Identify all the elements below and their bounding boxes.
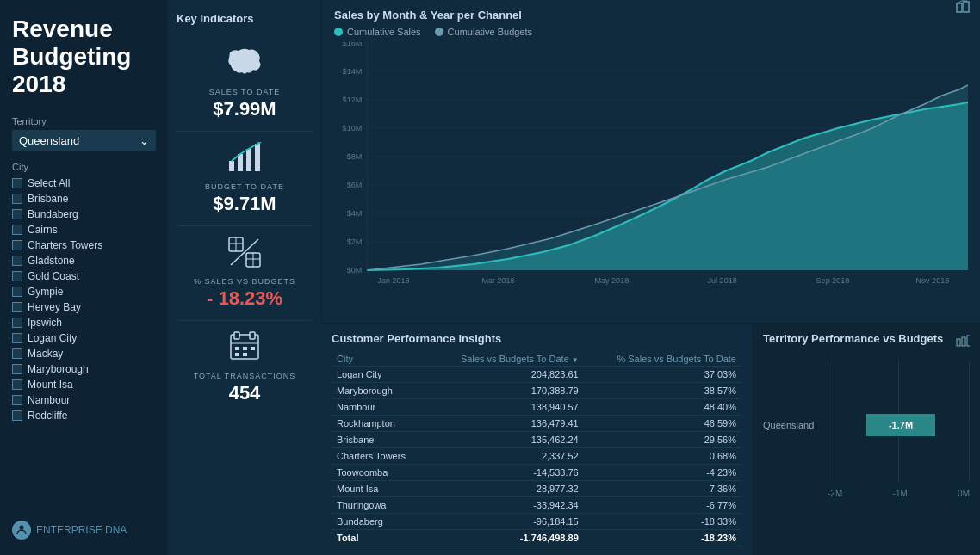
total-transactions-label: TOTAL TRANSACTIONS: [194, 372, 296, 380]
city-name: Cairns: [28, 224, 58, 236]
city-item[interactable]: Logan City: [12, 330, 156, 346]
table-row: Brisbane135,462.2429.56%: [332, 432, 741, 448]
city-item[interactable]: Mount Isa: [12, 377, 156, 392]
sales-to-date-value: $7.99M: [213, 98, 276, 120]
city-item[interactable]: Ipswich: [12, 315, 156, 330]
col-sales[interactable]: Sales vs Budgets To Date ▼: [428, 352, 584, 367]
city-checkbox[interactable]: [12, 364, 22, 374]
bottom-panels: Customer Performance Insights City Sales…: [321, 323, 980, 555]
chart-expand-icon[interactable]: [956, 0, 971, 17]
app-title: Revenue Budgeting 2018: [12, 15, 156, 99]
table-cell-pct: 0.68%: [584, 448, 741, 465]
territory-perf-title: Territory Performance vs Budgets: [763, 332, 943, 345]
total-transactions-value: 454: [229, 382, 261, 404]
city-name: Logan City: [28, 332, 77, 344]
city-item[interactable]: Gold Coast: [12, 268, 156, 284]
city-item[interactable]: Redcliffe: [12, 408, 156, 423]
table-row: Nambour138,940.5748.40%: [332, 399, 741, 416]
city-item[interactable]: Gympie: [12, 284, 156, 299]
city-checkbox[interactable]: [12, 318, 22, 328]
total-label: Total: [332, 530, 428, 546]
table-cell-city: Thuringowa: [332, 497, 428, 514]
city-checkbox[interactable]: [12, 348, 22, 359]
territory-chart-icon[interactable]: [956, 335, 970, 349]
table-total-row: Total-1,746,498.89-18.23%: [332, 530, 741, 546]
table-cell-sales: 170,388.79: [428, 383, 584, 399]
svg-rect-50: [967, 336, 970, 346]
table-cell-sales: -96,184.15: [428, 514, 584, 530]
city-checkbox[interactable]: [12, 209, 22, 219]
city-checkbox[interactable]: [12, 271, 22, 281]
territory-chart-area: Queensland -1.7M -2M -1M 0M: [763, 361, 970, 498]
city-item[interactable]: Nambour: [12, 392, 156, 408]
territory-dropdown[interactable]: Queensland ⌄: [12, 130, 156, 151]
city-item[interactable]: Hervey Bay: [12, 299, 156, 315]
city-checkbox[interactable]: [12, 333, 22, 343]
city-item[interactable]: Bundaberg: [12, 207, 156, 222]
edna-logo: ENTERPRISE DNA: [12, 521, 156, 540]
svg-point-0: [20, 526, 24, 530]
table-cell-sales: -28,977.32: [428, 481, 584, 497]
total-transactions-card: TOTAL TRANSACTIONS 454: [177, 321, 313, 415]
table-cell-pct: -6.77%: [584, 497, 741, 514]
table-row: Bundaberg-96,184.15-18.33%: [332, 514, 741, 530]
territory-x-labels: -2M -1M 0M: [828, 489, 970, 498]
svg-rect-17: [243, 347, 247, 350]
city-checkbox[interactable]: [12, 194, 22, 204]
table-cell-pct: -18.33%: [584, 514, 741, 530]
table-cell-pct: 37.03%: [584, 367, 741, 383]
city-checkbox[interactable]: [12, 240, 22, 250]
table-cell-sales: 204,823.61: [428, 367, 584, 383]
table-row: Maryborough170,388.7938.57%: [332, 383, 741, 399]
australia-map-icon: [223, 44, 266, 84]
table-row: Charters Towers2,337.520.68%: [332, 448, 741, 465]
city-checkbox[interactable]: [12, 287, 22, 297]
city-name: Mackay: [28, 348, 63, 360]
svg-rect-49: [962, 337, 965, 346]
city-item[interactable]: Cairns: [12, 222, 156, 237]
budget-to-date-value: $9.71M: [213, 193, 276, 215]
city-checkbox[interactable]: [12, 302, 22, 312]
city-item[interactable]: Brisbane: [12, 191, 156, 207]
table-cell-pct: 46.59%: [584, 416, 741, 432]
city-checkbox[interactable]: [12, 379, 22, 390]
table-cell-sales: -14,533.76: [428, 465, 584, 481]
svg-text:May 2018: May 2018: [594, 276, 629, 285]
table-cell-sales: 136,479.41: [428, 416, 584, 432]
city-checkbox[interactable]: [12, 395, 22, 405]
city-checkbox[interactable]: [12, 410, 22, 421]
city-item[interactable]: Mackay: [12, 346, 156, 361]
city-name: Redcliffe: [28, 410, 67, 422]
sales-chart-title: Sales by Month & Year per Channel: [334, 9, 968, 22]
svg-rect-22: [964, 2, 969, 12]
city-checkbox[interactable]: [12, 178, 22, 188]
city-item[interactable]: Charters Towers: [12, 237, 156, 253]
table-cell-sales: 138,940.57: [428, 399, 584, 416]
territory-filter: Territory Queensland ⌄: [12, 116, 156, 151]
city-name: Select All: [28, 177, 70, 189]
city-item[interactable]: Gladstone: [12, 253, 156, 268]
svg-text:Sep 2018: Sep 2018: [816, 276, 850, 285]
city-checkbox[interactable]: [12, 256, 22, 266]
svg-text:$14M: $14M: [343, 67, 363, 76]
table-cell-sales: -33,942.34: [428, 497, 584, 514]
customer-perf-table: City Sales vs Budgets To Date ▼ % Sales …: [332, 352, 741, 546]
table-cell-city: Mount Isa: [332, 481, 428, 497]
table-row: Thuringowa-33,942.34-6.77%: [332, 497, 741, 514]
table-cell-sales: 135,462.24: [428, 432, 584, 448]
table-row: Mount Isa-28,977.32-7.36%: [332, 481, 741, 497]
svg-rect-20: [243, 353, 247, 356]
city-item[interactable]: Select All: [12, 176, 156, 191]
city-name: Charters Towers: [28, 239, 102, 251]
city-name: Gladstone: [28, 255, 75, 267]
city-item[interactable]: Maryborough: [12, 361, 156, 377]
table-cell-city: Maryborough: [332, 383, 428, 399]
transactions-icon: [227, 331, 262, 368]
city-checkbox[interactable]: [12, 225, 22, 235]
edna-icon: [12, 521, 31, 540]
legend-cumulative-budgets: Cumulative Budgets: [435, 27, 532, 37]
city-name: Nambour: [28, 394, 70, 406]
col-pct: % Sales vs Budgets To Date: [584, 352, 741, 367]
sales-chart-panel: Sales by Month & Year per Channel Cumula…: [321, 0, 980, 323]
table-cell-city: Rockhampton: [332, 416, 428, 432]
